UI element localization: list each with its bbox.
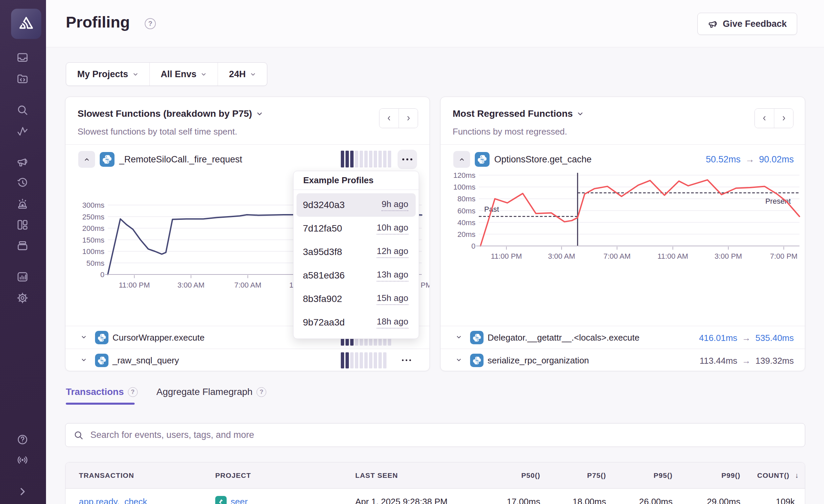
sentry-logo[interactable]: [11, 9, 41, 39]
most-regressed-title-dropdown[interactable]: Most Regressed Functions: [453, 108, 584, 119]
svg-text:60ms: 60ms: [457, 207, 475, 215]
profile-item[interactable]: 3a95d3f8 12h ago: [296, 240, 416, 264]
page-title: Profiling: [66, 13, 130, 31]
page-prev-button[interactable]: [755, 109, 774, 128]
tab-help-icon[interactable]: ?: [128, 387, 138, 397]
svg-text:11:00 PM: 11:00 PM: [491, 252, 522, 260]
profile-time-link[interactable]: 9h ago: [381, 199, 408, 211]
profile-item[interactable]: 9d3240a3 9h ago: [296, 193, 416, 217]
sidebar-item-dashboards[interactable]: [16, 218, 29, 231]
search-bar[interactable]: [65, 423, 805, 447]
after-value-link[interactable]: 535.40ms: [756, 333, 794, 343]
page-prev-button[interactable]: [379, 109, 399, 128]
function-row[interactable]: Delegator.__getattr__.<locals>.execute 4…: [441, 326, 805, 349]
sparkline-bar: [350, 151, 354, 167]
col-last-seen[interactable]: LAST SEEN: [355, 471, 398, 480]
sidebar-item-whats-new[interactable]: [16, 453, 29, 466]
before-value-link[interactable]: 416.01ms: [699, 333, 737, 343]
function-name[interactable]: CursorWrapper.execute: [112, 333, 204, 343]
tab-help-icon[interactable]: ?: [257, 387, 266, 397]
col-project[interactable]: PROJECT: [215, 471, 251, 480]
title-help-icon[interactable]: ?: [145, 18, 156, 29]
dot: [410, 158, 412, 160]
view-tabs: Transactions ? Aggregate Flamegraph ?: [66, 387, 266, 397]
sidebar-item-feedback[interactable]: [16, 155, 29, 168]
date-range-filter[interactable]: 24H: [218, 63, 267, 86]
profile-id-link[interactable]: a581ed36: [303, 270, 345, 281]
transaction-link[interactable]: app.ready._check: [79, 497, 147, 504]
clock-rewind-icon: [16, 177, 29, 189]
sort-desc-icon[interactable]: ↓: [795, 471, 799, 480]
before-value-link[interactable]: 50.52ms: [706, 154, 741, 165]
panel-subtitle: Slowest functions by total self time spe…: [78, 127, 237, 137]
col-p95[interactable]: P95(): [653, 471, 673, 480]
function-row[interactable]: _raw_snql_query: [65, 349, 429, 371]
function-options-button[interactable]: [398, 150, 417, 169]
dot: [409, 359, 411, 361]
project-link[interactable]: seer: [231, 497, 248, 504]
function-name[interactable]: OptionsStore.get_cache: [494, 154, 592, 165]
profile-time-link[interactable]: 13h ago: [377, 269, 408, 282]
arrow-right-icon: →: [742, 333, 751, 343]
sparkline-bar: [360, 352, 363, 368]
page-next-button[interactable]: [399, 109, 418, 128]
sidebar-item-settings[interactable]: [16, 292, 29, 304]
profile-time-link[interactable]: 10h ago: [377, 222, 408, 235]
profile-id-link[interactable]: 9d3240a3: [303, 200, 345, 210]
function-name[interactable]: serialize_rpc_organization: [488, 355, 589, 366]
function-name[interactable]: _RemoteSiloCall._fire_request: [119, 154, 242, 165]
sparkline-bar: [388, 151, 391, 167]
profile-id-link[interactable]: 3a95d3f8: [303, 247, 342, 257]
col-count[interactable]: COUNT(): [757, 471, 789, 480]
p95-value: 26.00ms: [639, 497, 673, 504]
sparkline-bar: [369, 352, 372, 368]
sidebar-item-stats[interactable]: [16, 270, 29, 283]
sidebar-item-replays[interactable]: [16, 177, 29, 189]
sidebar-item-explore[interactable]: [16, 72, 29, 85]
tab-transactions[interactable]: Transactions ?: [66, 387, 138, 397]
gear-icon: [16, 292, 29, 304]
profile-item[interactable]: 8b3fa902 15h ago: [296, 287, 416, 311]
sparkline-bar: [346, 151, 349, 167]
profile-item[interactable]: 9b72aa3d 18h ago: [296, 311, 416, 334]
function-name[interactable]: _raw_snql_query: [112, 355, 179, 366]
chevron-up-icon: [459, 157, 465, 162]
sparkline-bar: [355, 151, 358, 167]
collapse-function-button[interactable]: [78, 151, 95, 168]
profile-item[interactable]: a581ed36 13h ago: [296, 264, 416, 287]
sidebar-item-help[interactable]: [16, 433, 29, 446]
function-options-button[interactable]: [402, 359, 411, 361]
sidebar-item-releases[interactable]: [16, 239, 29, 252]
profile-id-link[interactable]: 9b72aa3d: [303, 317, 345, 328]
project-filter[interactable]: My Projects: [66, 63, 149, 86]
chevron-down-icon: [250, 71, 256, 77]
active-tab-indicator: [66, 403, 135, 405]
sidebar-item-issues[interactable]: [16, 51, 29, 64]
sidebar-item-metrics[interactable]: [16, 125, 29, 138]
tab-aggregate-flamegraph[interactable]: Aggregate Flamegraph ?: [156, 387, 266, 397]
sidebar-expand-toggle[interactable]: [16, 485, 29, 498]
profile-time-link[interactable]: 15h ago: [377, 293, 408, 305]
profile-item[interactable]: 7d12fa50 10h ago: [296, 217, 416, 240]
sidebar-item-alerts[interactable]: [16, 198, 29, 210]
after-value-link[interactable]: 90.02ms: [759, 154, 794, 165]
profile-time-link[interactable]: 18h ago: [377, 316, 408, 329]
function-name[interactable]: Delegator.__getattr__.<locals>.execute: [488, 333, 639, 343]
table-row[interactable]: app.ready._check seer Apr 1, 2025 9:28:3…: [65, 489, 805, 504]
col-transaction[interactable]: TRANSACTION: [79, 471, 134, 480]
col-p75[interactable]: P75(): [587, 471, 606, 480]
collapse-function-button[interactable]: [453, 151, 470, 168]
col-p99[interactable]: P99(): [721, 471, 740, 480]
col-p50[interactable]: P50(): [521, 471, 540, 480]
page-next-button[interactable]: [774, 109, 793, 128]
profile-time-link[interactable]: 12h ago: [377, 246, 408, 258]
environment-filter-label: All Envs: [161, 69, 197, 80]
environment-filter[interactable]: All Envs: [149, 63, 218, 86]
profile-id-link[interactable]: 8b3fa902: [303, 294, 342, 304]
sidebar-item-search[interactable]: [16, 104, 29, 116]
slowest-functions-title-dropdown[interactable]: Slowest Functions (breakdown by P75): [78, 108, 263, 119]
give-feedback-button[interactable]: Give Feedback: [697, 13, 797, 35]
function-row[interactable]: serialize_rpc_organization 113.44ms → 13…: [441, 349, 805, 371]
profile-id-link[interactable]: 7d12fa50: [303, 223, 342, 234]
search-input[interactable]: [90, 430, 797, 440]
